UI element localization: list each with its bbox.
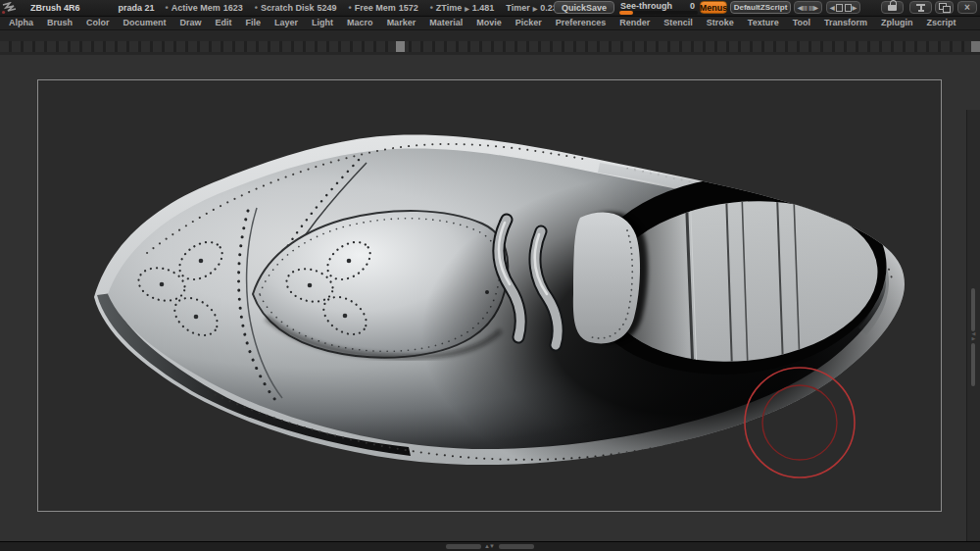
menu-item-macro[interactable]: Macro <box>347 18 373 27</box>
shelf-notch-end[interactable] <box>971 41 980 52</box>
see-through-slider-handle[interactable] <box>619 11 633 15</box>
stat-scratch-disk: •Scratch Disk5249 <box>255 3 337 13</box>
palette-scroll-buttons[interactable]: ◀||| |||▶ <box>794 1 822 14</box>
menu-item-edit[interactable]: Edit <box>216 18 232 27</box>
menu-item-alpha[interactable]: Alpha <box>9 18 33 27</box>
minimize-button[interactable] <box>909 1 932 14</box>
menu-item-material[interactable]: Material <box>429 18 463 27</box>
menu-bar: AlphaBrushColorDocumentDrawEditFileLayer… <box>0 16 980 30</box>
menu-item-zscript[interactable]: Zscript <box>927 18 956 27</box>
menu-item-draw[interactable]: Draw <box>180 18 202 27</box>
menu-item-light[interactable]: Light <box>312 18 333 27</box>
menu-item-zplugin[interactable]: Zplugin <box>881 18 913 27</box>
menu-item-document[interactable]: Document <box>123 18 167 27</box>
shelf-notch-active[interactable] <box>396 41 405 52</box>
minimize-icon <box>916 4 925 12</box>
lock-button[interactable] <box>881 1 904 14</box>
scroll-left-icon[interactable]: ◀||| <box>798 4 808 11</box>
menu-item-picker[interactable]: Picker <box>515 18 542 27</box>
see-through-label: See-through <box>620 1 672 11</box>
page-right-icon[interactable]: ▶ <box>853 4 858 11</box>
restore-icon <box>939 3 950 12</box>
menu-item-stroke[interactable]: Stroke <box>707 18 734 27</box>
see-through-value: 0 <box>690 1 695 11</box>
stat-active-mem: •Active Mem1623 <box>166 3 243 13</box>
shelf-notch-strip[interactable] <box>0 41 980 52</box>
right-tray-arrows-icon[interactable]: ◀ ▶ <box>969 331 978 341</box>
menus-toggle-button[interactable]: Menus <box>700 1 727 14</box>
page-left-icon[interactable]: ◀ <box>830 4 835 11</box>
restore-button[interactable] <box>935 1 954 14</box>
lock-icon <box>888 4 897 12</box>
document-title: prada 21 <box>119 3 155 13</box>
canvas-area[interactable]: ◀ ▶ <box>0 55 980 541</box>
app-title: ZBrush 4R6 <box>30 3 80 13</box>
bottom-tray-arrows-icon[interactable]: ▲▼ <box>484 542 494 551</box>
document-border <box>37 79 942 512</box>
title-bar: ZBrush 4R6 prada 21 •Active Mem1623•Scra… <box>0 0 980 17</box>
zbrush-window: ZBrush 4R6 prada 21 •Active Mem1623•Scra… <box>0 0 980 551</box>
menu-item-marker[interactable]: Marker <box>387 18 416 27</box>
titlebar-stats: •Active Mem1623•Scratch Disk5249•Free Me… <box>166 3 612 13</box>
menu-bar-items: AlphaBrushColorDocumentDrawEditFileLayer… <box>9 18 956 27</box>
menu-item-brush[interactable]: Brush <box>47 18 73 27</box>
page-icon <box>836 4 843 12</box>
menu-item-texture[interactable]: Texture <box>748 18 779 27</box>
bottom-tray-handle[interactable] <box>499 544 534 549</box>
stat-ztime: •ZTime▶1.481 <box>430 3 495 13</box>
page-icon <box>845 4 852 12</box>
zbrush-logo-icon <box>2 2 17 15</box>
default-zscript-button[interactable]: DefaultZScript <box>730 1 791 14</box>
see-through-slider[interactable] <box>619 11 698 15</box>
bottom-tray-divider[interactable]: ▲▼ <box>0 541 980 551</box>
quicksave-button[interactable]: QuickSave <box>554 1 614 14</box>
right-tray-handle[interactable] <box>971 343 975 386</box>
menu-item-layer[interactable]: Layer <box>274 18 298 27</box>
menu-item-stencil[interactable]: Stencil <box>663 18 693 27</box>
right-tray-handle[interactable] <box>971 288 975 331</box>
right-tray-divider[interactable]: ◀ ▶ <box>966 110 980 551</box>
scroll-right-icon[interactable]: |||▶ <box>808 4 818 11</box>
close-button[interactable]: × <box>957 1 977 14</box>
menu-item-movie[interactable]: Movie <box>476 18 502 27</box>
menu-item-transform[interactable]: Transform <box>824 18 867 27</box>
menu-item-color[interactable]: Color <box>86 18 110 27</box>
bottom-tray-handle[interactable] <box>446 544 481 549</box>
document-page-buttons[interactable]: ◀ ▶ <box>826 1 860 14</box>
menu-item-render[interactable]: Render <box>619 18 650 27</box>
stat-free-mem: •Free Mem1572 <box>348 3 417 13</box>
menu-item-tool[interactable]: Tool <box>793 18 810 27</box>
top-shelf <box>0 29 980 56</box>
menu-item-file[interactable]: File <box>246 18 262 27</box>
menu-item-preferences[interactable]: Preferences <box>556 18 607 27</box>
